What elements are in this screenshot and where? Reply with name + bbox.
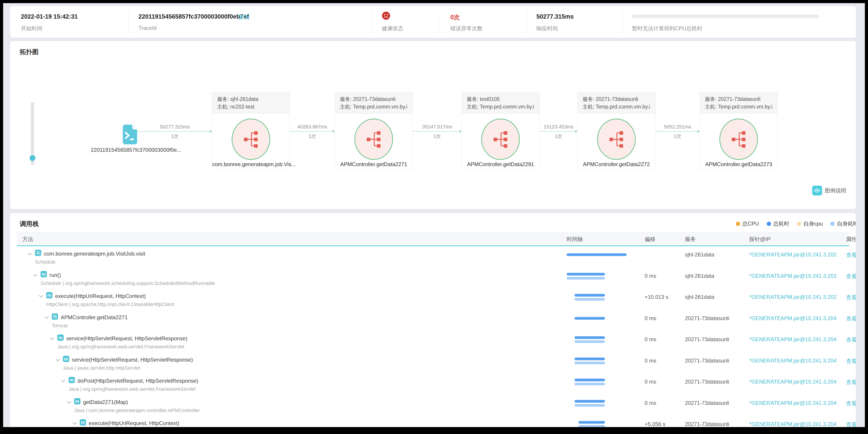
method-name[interactable]: service(HttpServletRequest, HttpServletR… (72, 357, 193, 363)
probe-ip-link[interactable]: *GENERATEAPM.jar@10.241.3.204 (749, 400, 836, 406)
service-value: sjhl-261data (685, 294, 714, 300)
method-name[interactable]: getData2271(Map) (83, 399, 128, 405)
legend-item-label: 自身耗时 (837, 220, 856, 227)
edge-arrow-line (290, 131, 335, 132)
call-stack-row: m getData2271(Map) Java | com.bonree.gen… (17, 395, 849, 416)
view-attribute-link[interactable]: 查看 (846, 336, 856, 343)
legend-item: 自身耗时 (830, 220, 856, 227)
start-time-label: 开始时间 (21, 25, 42, 32)
chevron-down-icon[interactable] (50, 337, 55, 340)
method-icon: m (59, 335, 63, 340)
method-name[interactable]: run() (50, 272, 61, 278)
probe-ip-link[interactable]: *GENERATEAPM.jar@10.241.3.204 (749, 315, 836, 321)
timeline-bars (567, 291, 629, 304)
node-body: APMController.getData2273 (700, 114, 777, 169)
legend-item: 总CPU (736, 220, 759, 227)
chevron-down-icon[interactable] (61, 379, 66, 383)
service-value: sjhl-261data (685, 252, 714, 258)
view-attribute-link[interactable]: 查看 (846, 273, 856, 280)
view-attribute-link[interactable]: 查看 (846, 252, 856, 259)
chevron-down-icon[interactable] (44, 316, 49, 319)
total-time-bar (575, 294, 605, 296)
chevron-down-icon[interactable] (33, 274, 38, 277)
service-instance-icon[interactable] (597, 119, 636, 160)
total-time-bar (575, 379, 605, 381)
legend-button-label: 图例说明 (825, 187, 846, 194)
legend-item-label: 自身cpu (803, 220, 823, 227)
row-type-icon: m (74, 398, 81, 404)
trace-entry-script-icon[interactable] (123, 124, 137, 145)
method-detail: Schedule (35, 259, 56, 265)
topology-service-node[interactable]: 服务: 20271-73datasunli 主机: Temp.prd.comm.… (335, 92, 413, 169)
topology-service-node[interactable]: 服务: 20271-73datasunli 主机: Temp.prd.comm.… (578, 92, 655, 169)
edge-arrow-line (413, 131, 462, 132)
view-attribute-link[interactable]: 查看 (846, 421, 856, 427)
method-icon: m (42, 272, 46, 277)
timeline-bars (567, 334, 629, 346)
total-time-bar (575, 357, 605, 360)
legend-item: 自身cpu (797, 220, 823, 227)
node-service-label: 服务: 20271-73datasunli (705, 95, 773, 103)
legend-item-label: 总耗时 (773, 220, 789, 227)
timeline-bars (567, 355, 629, 368)
schedule-icon (36, 251, 40, 255)
legend-color-dot (830, 222, 835, 226)
self-time-bar (567, 277, 605, 280)
start-time-value: 2022-01-19 15:42:31 (21, 13, 78, 20)
service-instance-icon[interactable] (719, 119, 758, 160)
method-name[interactable]: APMController.getData2271 (61, 314, 128, 321)
zoom-slider-handle[interactable] (30, 155, 35, 161)
probe-ip-link[interactable]: *GENERATEAPM.jar@10.241.3.202 (749, 294, 836, 300)
method-name[interactable]: service(HttpServletRequest, HttpServletR… (66, 335, 187, 342)
method-name[interactable]: execute(HttpUriRequest, HttpContext) (55, 293, 146, 299)
node-service-label: 服务: 20271-73datasunli (340, 95, 408, 103)
network-hierarchy-icon (608, 130, 624, 148)
service-value: 20271-73datasunli (685, 400, 729, 406)
probe-ip-link[interactable]: *GENERATEAPM.jar@10.241.3.204 (749, 336, 836, 343)
total-time-bar (575, 317, 605, 320)
node-service-label: 服务: sjhl-261data (217, 95, 285, 103)
topology-legend-button[interactable]: 图例说明 (812, 185, 846, 196)
method-detail: Java | org.springframework.web.servlet.F… (57, 344, 184, 350)
divider (622, 11, 623, 32)
probe-ip-link[interactable]: *GENERATEAPM.jar@10.241.3.204 (749, 379, 836, 385)
call-stack-panel: 调用栈 总CPU 总耗时 自身cpu 自身耗时 方法 时间轴 偏移 服务 探针@… (10, 213, 856, 427)
total-time-bar (567, 253, 627, 256)
method-name[interactable]: execute(HttpUriRequest, HttpContext) (89, 420, 179, 426)
chevron-down-icon[interactable] (66, 401, 71, 404)
view-attribute-link[interactable]: 查看 (846, 315, 856, 322)
call-stack-table-header: 方法 时间轴 偏移 服务 探针@IP 属性 (17, 232, 849, 246)
topology-service-node[interactable]: 服务: 20271-73datasunli 主机: Temp.prd.comm.… (700, 92, 778, 169)
chevron-down-icon[interactable] (72, 422, 77, 425)
chevron-down-icon[interactable] (27, 253, 32, 256)
method-icon: m (64, 357, 68, 361)
view-attribute-link[interactable]: 查看 (846, 357, 856, 365)
edge-duration-label: 5052.251ms (664, 124, 691, 130)
service-instance-icon[interactable] (481, 119, 520, 160)
method-name[interactable]: com.bonree.generateapm.job.VisitJob.visi… (44, 251, 145, 257)
offset-value: +10.013 s (645, 294, 669, 300)
trace-id-value: 220119154565857fc3700003000f0eb7ef (138, 13, 249, 20)
node-method-label: APMController.getData2271 (335, 161, 412, 168)
timeline-bars (567, 376, 629, 388)
node-host-label: 主机: nc202-test (217, 103, 285, 111)
view-attribute-link[interactable]: 查看 (846, 379, 856, 386)
edge-count-label: 1次 (309, 133, 316, 140)
timeline-bars (567, 270, 629, 283)
chevron-down-icon[interactable] (38, 295, 43, 298)
topology-service-node[interactable]: 服务: test0105 主机: Temp.prd.comm.vm.by.idc… (462, 92, 539, 169)
topology-service-node[interactable]: 服务: sjhl-261data 主机: nc202-test com.bonr… (212, 92, 290, 169)
service-instance-icon[interactable] (354, 119, 393, 160)
probe-ip-link[interactable]: *GENERATEAPM.jar@10.241.3.202 (749, 252, 836, 258)
service-instance-icon[interactable] (232, 119, 270, 160)
probe-ip-link[interactable]: *GENERATEAPM.jar@10.241.3.204 (749, 421, 836, 427)
method-name[interactable]: doPost(HttpServletRequest, HttpServletRe… (78, 378, 198, 384)
view-attribute-link[interactable]: 查看 (846, 294, 856, 301)
copy-trace-id-button[interactable]: 复制 (238, 13, 249, 21)
edge-count-label: 1次 (433, 133, 441, 140)
view-attribute-link[interactable]: 查看 (846, 400, 856, 407)
probe-ip-link[interactable]: *GENERATEAPM.jar@10.241.3.202 (749, 273, 836, 279)
probe-ip-link[interactable]: *GENERATEAPM.jar@10.241.3.204 (749, 357, 836, 364)
chevron-down-icon[interactable] (55, 358, 60, 361)
node-body: APMController.getData2291 (462, 114, 539, 169)
